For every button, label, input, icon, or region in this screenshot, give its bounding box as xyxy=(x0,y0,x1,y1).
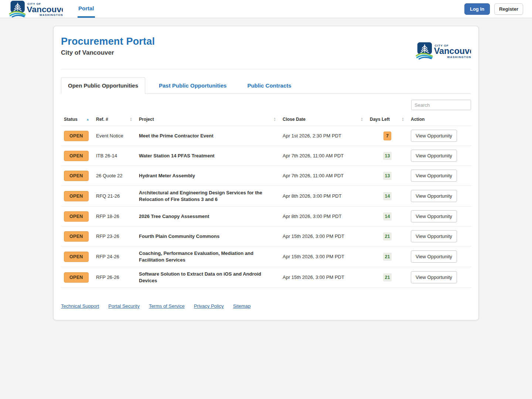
footer-link-sitemap[interactable]: Sitemap xyxy=(233,303,251,309)
action-cell: View Opportunity xyxy=(408,226,472,246)
nav-portal-link[interactable]: Portal xyxy=(78,0,95,18)
sort-icon: ▲▼ xyxy=(361,117,363,122)
search-input[interactable] xyxy=(411,100,471,110)
project-cell: Architectural and Engineering Design Ser… xyxy=(136,186,280,207)
status-cell: OPEN xyxy=(61,267,93,288)
view-opportunity-button[interactable]: View Opportunity xyxy=(411,250,457,263)
view-opportunity-button[interactable]: View Opportunity xyxy=(411,210,457,222)
project-cell: Hydrant Meter Assembly xyxy=(136,166,280,186)
opportunities-table: Status▲ Ref. #▲▼ Project▲▼ Close Date▲▼ … xyxy=(61,114,472,288)
tab-past-public-opportunities[interactable]: Past Public Opportunities xyxy=(152,77,233,94)
register-button[interactable]: Register xyxy=(494,3,523,15)
footer-link-portal-security[interactable]: Portal Security xyxy=(108,303,140,309)
column-header-action: Action xyxy=(408,114,472,126)
table-row: OPEN 26 Quote 22 Hydrant Meter Assembly … xyxy=(61,166,472,186)
svg-text:Vancouver: Vancouver xyxy=(27,4,63,14)
days-left-cell: 21 xyxy=(367,267,408,288)
table-row: OPEN RFP 26-26 Software Solution to Extr… xyxy=(61,267,472,288)
column-header-status[interactable]: Status▲ xyxy=(61,114,93,126)
column-label: Close Date xyxy=(283,117,306,122)
close-date-cell: Apr 15th 2026, 3:00 PM PDT xyxy=(280,267,367,288)
column-label: Project xyxy=(139,117,154,122)
action-cell: View Opportunity xyxy=(408,126,472,146)
days-left-cell: 21 xyxy=(367,246,408,267)
days-left-badge: 21 xyxy=(383,273,392,282)
close-date-cell: Apr 8th 2026, 3:00 PM PDT xyxy=(280,186,367,207)
opportunities-table-body: OPEN Event Notice Meet the Prime Contrac… xyxy=(61,126,472,288)
sort-ascending-icon: ▲ xyxy=(86,118,89,121)
project-cell: Software Solution to Extract Data on iOS… xyxy=(136,267,280,288)
action-cell: View Opportunity xyxy=(408,207,472,226)
days-left-cell: 21 xyxy=(367,226,408,246)
status-cell: OPEN xyxy=(61,126,93,146)
city-of-vancouver-logo-icon: CITY OF Vancouver WASHINGTON xyxy=(416,41,471,60)
view-opportunity-button[interactable]: View Opportunity xyxy=(411,271,457,283)
page-subtitle: City of Vancouver xyxy=(61,49,155,57)
close-date-cell: Apr 15th 2026, 3:00 PM PDT xyxy=(280,246,367,267)
column-label: Ref. # xyxy=(96,117,108,122)
days-left-badge: 14 xyxy=(383,192,392,200)
project-cell: Fourth Plain Community Commons xyxy=(136,226,280,246)
status-cell: OPEN xyxy=(61,146,93,166)
column-header-project[interactable]: Project▲▼ xyxy=(136,114,280,126)
sort-icon: ▲▼ xyxy=(273,117,276,122)
column-header-ref[interactable]: Ref. #▲▼ xyxy=(93,114,136,126)
procurement-portal-card: Procurement Portal City of Vancouver CIT… xyxy=(53,26,479,320)
action-cell: View Opportunity xyxy=(408,186,472,207)
tab-public-contracts[interactable]: Public Contracts xyxy=(240,77,298,94)
footer-links: Technical Support Portal Security Terms … xyxy=(61,303,471,309)
status-cell: OPEN xyxy=(61,246,93,267)
project-cell: Water Station 14 PFAS Treatment xyxy=(136,146,280,166)
footer-link-technical-support[interactable]: Technical Support xyxy=(61,303,99,309)
close-date-cell: Apr 1st 2026, 2:30 PM PDT xyxy=(280,126,367,146)
days-left-badge: 21 xyxy=(383,253,392,261)
status-cell: OPEN xyxy=(61,186,93,207)
status-cell: OPEN xyxy=(61,207,93,226)
view-opportunity-button[interactable]: View Opportunity xyxy=(411,170,457,182)
svg-text:Vancouver: Vancouver xyxy=(434,46,471,56)
view-opportunity-button[interactable]: View Opportunity xyxy=(411,130,457,142)
status-cell: OPEN xyxy=(61,166,93,186)
action-cell: View Opportunity xyxy=(408,267,472,288)
ref-cell: RFP 24-26 xyxy=(93,246,136,267)
view-opportunity-button[interactable]: View Opportunity xyxy=(411,150,457,162)
status-badge: OPEN xyxy=(64,231,89,242)
days-left-cell: 13 xyxy=(367,146,408,166)
ref-cell: RFP 26-26 xyxy=(93,267,136,288)
days-left-cell: 7 xyxy=(367,126,408,146)
city-logo-small: CITY OF Vancouver WASHINGTON xyxy=(9,0,63,18)
footer-link-terms-of-service[interactable]: Terms of Service xyxy=(149,303,185,309)
status-badge: OPEN xyxy=(64,131,89,141)
ref-cell: Event Notice xyxy=(93,126,136,146)
log-in-button[interactable]: Log In xyxy=(464,3,490,15)
status-badge: OPEN xyxy=(64,191,89,201)
status-badge: OPEN xyxy=(64,252,89,262)
table-row: OPEN Event Notice Meet the Prime Contrac… xyxy=(61,126,472,146)
ref-cell: RFQ 21-26 xyxy=(93,186,136,207)
sort-icon: ▲▼ xyxy=(130,117,132,122)
column-header-close-date[interactable]: Close Date▲▼ xyxy=(280,114,367,126)
view-opportunity-button[interactable]: View Opportunity xyxy=(411,230,457,242)
city-of-vancouver-logo-icon: CITY OF Vancouver WASHINGTON xyxy=(9,0,63,17)
ref-cell: 26 Quote 22 xyxy=(93,166,136,186)
status-badge: OPEN xyxy=(64,272,89,283)
days-left-cell: 14 xyxy=(367,186,408,207)
days-left-badge: 21 xyxy=(383,232,392,241)
svg-text:WASHINGTON: WASHINGTON xyxy=(447,55,471,59)
days-left-badge: 13 xyxy=(383,172,392,180)
status-badge: OPEN xyxy=(64,211,89,222)
status-badge: OPEN xyxy=(64,151,89,161)
table-row: OPEN RFP 23-26 Fourth Plain Community Co… xyxy=(61,226,472,246)
tab-open-public-opportunities[interactable]: Open Public Opportunities xyxy=(61,77,145,94)
column-label: Action xyxy=(411,117,424,122)
column-header-days-left[interactable]: Days Left▲▼ xyxy=(367,114,408,126)
project-cell: Meet the Prime Contractor Event xyxy=(136,126,280,146)
action-cell: View Opportunity xyxy=(408,166,472,186)
sort-icon: ▲▼ xyxy=(402,117,404,122)
action-cell: View Opportunity xyxy=(408,146,472,166)
ref-cell: RFP 23-26 xyxy=(93,226,136,246)
footer-link-privacy-policy[interactable]: Privacy Policy xyxy=(194,303,224,309)
view-opportunity-button[interactable]: View Opportunity xyxy=(411,190,457,202)
table-row: OPEN RFQ 21-26 Architectural and Enginee… xyxy=(61,186,472,207)
ref-cell: RFP 18-26 xyxy=(93,207,136,226)
